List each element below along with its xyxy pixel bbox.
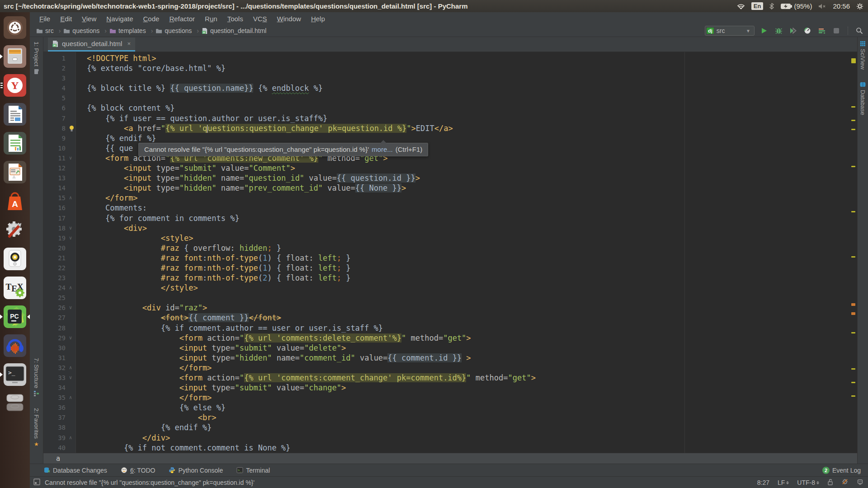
fold-end-icon[interactable]: ∧ <box>67 433 74 443</box>
bluetooth-icon[interactable] <box>769 3 774 9</box>
dock-item-disks[interactable] <box>0 389 29 418</box>
dock-item-pycharm[interactable]: PC <box>0 302 29 331</box>
tool-window-database[interactable]: Database <box>859 81 866 115</box>
error-stripe-mark[interactable] <box>851 166 855 167</box>
error-stripe-mark[interactable] <box>851 368 855 370</box>
code-line-35: </form> <box>87 393 850 403</box>
line-number: 25 <box>43 293 75 303</box>
updown-arrows-icon <box>816 481 819 484</box>
error-stripe-mark[interactable] <box>851 382 855 383</box>
menu-item-run[interactable]: Run <box>201 14 222 23</box>
fold-collapse-icon[interactable]: ∨ <box>67 373 74 383</box>
close-icon[interactable]: × <box>127 40 131 47</box>
error-stripe-mark[interactable] <box>851 58 856 63</box>
error-stripe-mark[interactable] <box>851 312 855 315</box>
stop-button[interactable] <box>831 26 841 36</box>
menu-item-window[interactable]: Window <box>273 14 305 23</box>
error-stripe-mark[interactable] <box>851 211 855 212</box>
tool-window-button-database-changes[interactable]: Database Changes <box>43 467 107 474</box>
hector-inspections-icon[interactable] <box>841 478 849 487</box>
dock-item-libreoffice-calc[interactable] <box>0 129 29 158</box>
error-stripe-mark[interactable] <box>851 120 855 121</box>
error-stripe-mark[interactable] <box>851 256 855 258</box>
tool-window-button-python-console[interactable]: Python Console <box>169 467 223 474</box>
fold-end-icon[interactable]: ∧ <box>67 193 74 203</box>
breadcrumb-item-question_detail-html[interactable]: Hquestion_detail.html <box>202 27 267 34</box>
tool-window-button-6-todo[interactable]: 6: TODO <box>121 467 156 474</box>
window-title: src [~/techotrack/spring/web/technotrack… <box>4 2 468 10</box>
fold-end-icon[interactable]: ∧ <box>67 283 74 293</box>
line-separator-select[interactable]: LF <box>778 479 789 486</box>
session-gear-icon[interactable] <box>856 3 863 10</box>
svg-text:>_: >_ <box>238 469 242 472</box>
error-stripe[interactable] <box>850 52 857 453</box>
menu-item-edit[interactable]: Edit <box>56 14 76 23</box>
tool-window-favorites[interactable]: 2: Favorites ★ <box>33 408 40 447</box>
dock-item-ubuntu-dash[interactable] <box>0 13 29 42</box>
fold-collapse-icon[interactable]: ∨ <box>67 233 74 243</box>
event-log-area[interactable]: 2 Event Log <box>822 467 868 474</box>
run-button[interactable] <box>759 26 769 36</box>
dock-item-ubuntu-software[interactable]: A <box>0 187 29 216</box>
inspector-profile-icon[interactable] <box>857 479 863 487</box>
caret-position[interactable]: 8:27 <box>757 479 769 486</box>
menu-item-help[interactable]: Help <box>307 14 329 23</box>
fold-collapse-icon[interactable]: ∨ <box>67 223 74 233</box>
dock-item-terminal[interactable]: >_ <box>0 360 29 389</box>
code-line-14: <input type="hidden" name="prev_comment_… <box>87 183 850 193</box>
line-number: 35∧ <box>43 393 75 403</box>
tab-question-detail[interactable]: H question_detail.html × <box>48 38 135 52</box>
toolwindow-switcher-icon[interactable] <box>33 479 40 487</box>
tool-window-sciview[interactable]: SciView <box>859 41 866 70</box>
menu-item-vcs[interactable]: VCS <box>249 14 271 23</box>
search-everywhere-button[interactable] <box>854 26 864 36</box>
error-stripe-mark[interactable] <box>851 303 855 306</box>
error-stripe-mark[interactable] <box>851 332 855 333</box>
tooltip-more-link[interactable]: more... <box>372 145 393 155</box>
menu-item-file[interactable]: File <box>35 14 54 23</box>
breadcrumb-item-questions[interactable]: questions› <box>156 27 199 34</box>
wifi-icon[interactable] <box>737 3 745 9</box>
tool-window-button-terminal[interactable]: >_Terminal <box>236 467 270 474</box>
concurrency-button[interactable] <box>817 26 827 36</box>
unlock-icon[interactable] <box>827 479 833 487</box>
menu-item-view[interactable]: View <box>78 14 100 23</box>
breadcrumb-item-templates[interactable]: templates› <box>109 27 153 34</box>
dock-item-libreoffice-impress[interactable] <box>0 158 29 187</box>
encoding-select[interactable]: UTF-8 <box>797 479 819 486</box>
run-coverage-button[interactable] <box>788 26 798 36</box>
dock-item-yandex-browser[interactable]: Y <box>0 71 29 100</box>
tooltip-text: Cannot resolve file "{% url "questions:q… <box>144 145 369 155</box>
dock-item-system-settings[interactable] <box>0 216 29 244</box>
battery-icon[interactable]: (95%) <box>780 2 812 10</box>
dock-item-libreoffice-writer[interactable] <box>0 100 29 129</box>
code-editor[interactable]: 1234567891011∨12131415∧161718∨19∨2021222… <box>43 52 857 453</box>
dock-item-files[interactable] <box>0 42 29 71</box>
error-stripe-mark[interactable] <box>851 106 855 108</box>
error-stripe-mark[interactable] <box>851 129 855 130</box>
menu-item-refactor[interactable]: Refactor <box>165 14 199 23</box>
tool-window-project[interactable]: 1: Project <box>33 42 40 75</box>
breadcrumb-item-src[interactable]: src› <box>36 27 61 34</box>
code-area[interactable]: <!DOCTYPE html>{% extends "core/base.htm… <box>76 52 850 453</box>
dock-item-texstudio[interactable]: TEX <box>0 273 29 302</box>
keyboard-layout-indicator[interactable]: En <box>751 2 764 10</box>
dock-item-audacity[interactable] <box>0 331 29 360</box>
dock-item-speakers[interactable] <box>0 244 29 273</box>
volume-muted-icon[interactable] <box>818 3 826 9</box>
menu-item-navigate[interactable]: Navigate <box>102 14 137 23</box>
fold-end-icon[interactable]: ∧ <box>67 393 74 403</box>
fold-collapse-icon[interactable]: ∨ <box>67 333 74 343</box>
fold-collapse-icon[interactable]: ∨ <box>67 303 74 313</box>
error-stripe-mark[interactable] <box>851 395 855 397</box>
profiler-button[interactable] <box>802 26 812 36</box>
menu-item-tools[interactable]: Tools <box>223 14 247 23</box>
fold-collapse-icon[interactable]: ∨ <box>67 153 74 163</box>
breadcrumb-item-questions[interactable]: questions› <box>63 27 107 34</box>
clock[interactable]: 20:56 <box>833 2 850 10</box>
run-configuration-select[interactable]: dj src ▼ <box>705 26 755 36</box>
tool-window-structure[interactable]: 7: Structure <box>33 358 40 396</box>
fold-end-icon[interactable]: ∧ <box>67 363 74 373</box>
debug-button[interactable] <box>774 26 783 36</box>
menu-item-code[interactable]: Code <box>139 14 164 23</box>
